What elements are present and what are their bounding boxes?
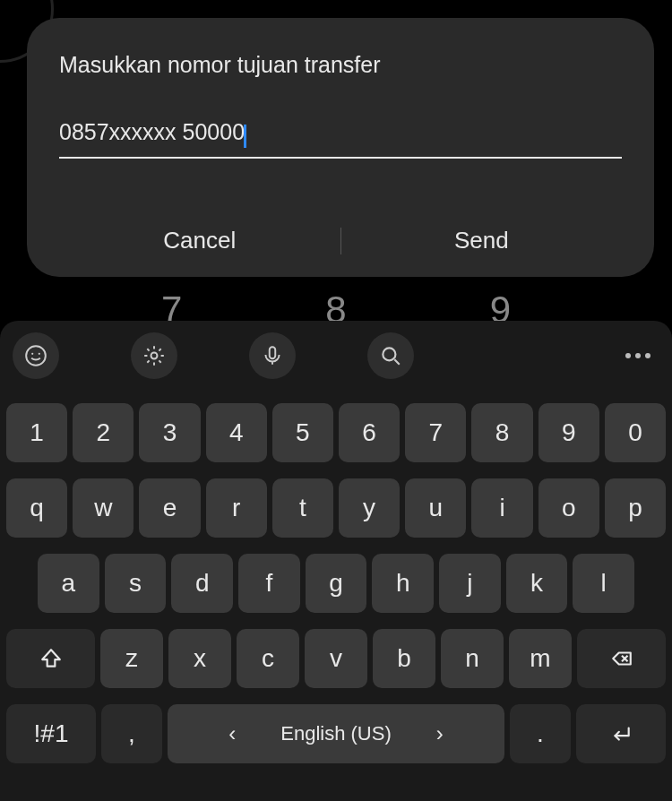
key-a[interactable]: a: [38, 554, 99, 613]
shift-icon: [39, 647, 63, 670]
key-e[interactable]: e: [139, 478, 200, 538]
key-s[interactable]: s: [105, 554, 167, 613]
key-2[interactable]: 2: [73, 403, 134, 462]
backspace-icon: [610, 647, 633, 670]
qwerty-row-3: z x c v b n m: [4, 629, 668, 688]
key-3[interactable]: 3: [139, 403, 200, 462]
key-u[interactable]: u: [405, 478, 466, 538]
svg-point-1: [31, 353, 33, 355]
destination-number-input[interactable]: 0857xxxxxx 50000: [59, 119, 622, 159]
send-button[interactable]: Send: [341, 227, 623, 254]
qwerty-row-2: a s d f g h j k l: [4, 554, 668, 613]
enter-key[interactable]: [576, 704, 666, 763]
key-j[interactable]: j: [439, 554, 501, 613]
input-value: 0857xxxxxx 50000: [59, 119, 245, 144]
spacebar-label: English (US): [280, 722, 391, 745]
key-i[interactable]: i: [471, 478, 532, 538]
key-1[interactable]: 1: [6, 403, 67, 462]
shift-key[interactable]: [6, 629, 95, 688]
emoji-icon: [24, 344, 47, 367]
emoji-button[interactable]: [13, 332, 59, 379]
transfer-dialog: Masukkan nomor tujuan transfer 0857xxxxx…: [27, 18, 654, 277]
key-k[interactable]: k: [506, 554, 568, 613]
bottom-row: !#1 , ‹ English (US) › .: [4, 704, 668, 763]
key-l[interactable]: l: [573, 554, 634, 613]
key-q[interactable]: q: [6, 478, 67, 538]
key-n[interactable]: n: [441, 629, 504, 688]
next-language-icon: ›: [436, 721, 444, 746]
key-x[interactable]: x: [168, 629, 231, 688]
microphone-icon: [261, 344, 284, 367]
qwerty-row-1: q w e r t y u i o p: [4, 478, 668, 538]
key-8[interactable]: 8: [471, 403, 532, 462]
key-c[interactable]: c: [237, 629, 299, 688]
text-caret: [244, 125, 246, 148]
svg-point-2: [39, 353, 40, 355]
backspace-key[interactable]: [577, 629, 666, 688]
keyboard-toolbar: [4, 328, 668, 383]
key-t[interactable]: t: [272, 478, 333, 538]
svg-rect-4: [270, 347, 276, 358]
key-5[interactable]: 5: [272, 403, 333, 462]
cancel-button[interactable]: Cancel: [59, 227, 340, 254]
enter-icon: [609, 722, 633, 745]
key-p[interactable]: p: [605, 478, 666, 538]
voice-button[interactable]: [249, 332, 296, 379]
key-w[interactable]: w: [73, 478, 134, 538]
number-row: 1 2 3 4 5 6 7 8 9 0: [4, 403, 668, 462]
key-z[interactable]: z: [100, 629, 163, 688]
svg-point-3: [151, 353, 158, 359]
key-o[interactable]: o: [538, 478, 599, 538]
key-g[interactable]: g: [306, 554, 367, 613]
key-b[interactable]: b: [373, 629, 435, 688]
key-d[interactable]: d: [171, 554, 233, 613]
on-screen-keyboard: 1 2 3 4 5 6 7 8 9 0 q w e r t y u i o p …: [0, 321, 672, 801]
spacebar[interactable]: ‹ English (US) ›: [168, 704, 504, 763]
keyboard-rows: 1 2 3 4 5 6 7 8 9 0 q w e r t y u i o p …: [4, 383, 668, 763]
svg-point-5: [383, 348, 395, 360]
key-v[interactable]: v: [305, 629, 367, 688]
more-icon: [625, 353, 650, 358]
svg-point-0: [26, 346, 46, 366]
key-6[interactable]: 6: [339, 403, 400, 462]
comma-key[interactable]: ,: [101, 704, 162, 763]
period-key[interactable]: .: [510, 704, 571, 763]
key-y[interactable]: y: [339, 478, 400, 538]
prev-language-icon: ‹: [228, 721, 236, 746]
settings-button[interactable]: [131, 332, 177, 379]
more-button[interactable]: [616, 353, 659, 358]
gear-icon: [142, 344, 166, 367]
key-4[interactable]: 4: [206, 403, 267, 462]
key-7[interactable]: 7: [405, 403, 466, 462]
key-r[interactable]: r: [206, 478, 267, 538]
key-0[interactable]: 0: [605, 403, 666, 462]
search-button[interactable]: [367, 332, 414, 379]
dialog-title: Masukkan nomor tujuan transfer: [59, 52, 622, 78]
symbols-key[interactable]: !#1: [6, 704, 96, 763]
dialog-buttons: Cancel Send: [59, 205, 622, 277]
search-icon: [379, 344, 402, 367]
key-m[interactable]: m: [509, 629, 572, 688]
key-f[interactable]: f: [238, 554, 300, 613]
key-h[interactable]: h: [372, 554, 434, 613]
key-9[interactable]: 9: [538, 403, 599, 462]
